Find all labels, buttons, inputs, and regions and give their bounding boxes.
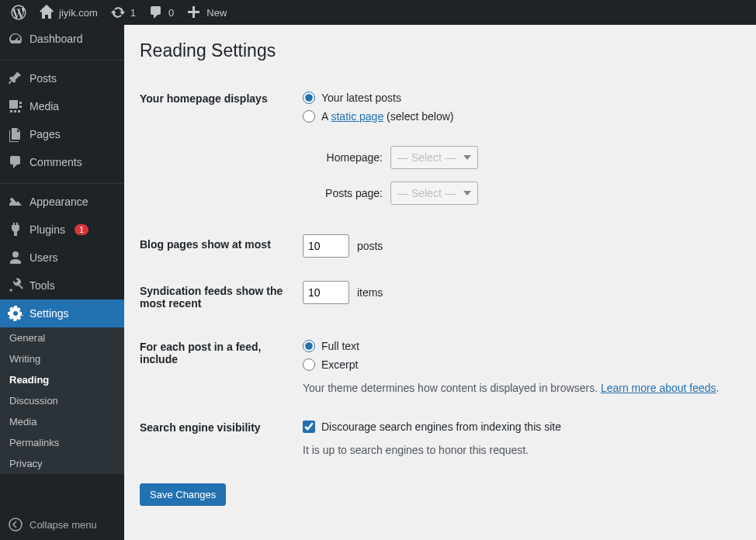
submenu-reading[interactable]: Reading [0,369,124,390]
main-content: Reading Settings Your homepage displays … [124,25,756,540]
updates-link[interactable]: 1 [104,0,142,25]
comments-icon [8,154,23,170]
menu-label: Comments [29,156,82,168]
updates-count-text: 1 [130,7,136,19]
menu-label: Media [29,100,59,112]
collapse-label: Collapse menu [29,519,97,531]
postspage-select-label: Posts page: [317,187,383,199]
pages-icon [8,126,23,142]
comments-count-text: 0 [168,7,174,19]
menu-settings[interactable]: Settings [0,299,124,327]
submenu-writing[interactable]: Writing [0,348,124,369]
feed-content-label: For each post in a feed, include [140,325,295,406]
submenu-permalinks[interactable]: Permalinks [0,432,124,453]
menu-dashboard[interactable]: Dashboard [0,25,124,53]
settings-submenu: General Writing Reading Discussion Media… [0,327,124,474]
menu-label: Dashboard [29,33,83,45]
postspage-select[interactable]: — Select — [390,182,478,205]
home-icon [39,5,54,20]
settings-form-table: Your homepage displays Your latest posts… [140,77,740,468]
menu-label: Users [29,251,58,264]
submenu-general[interactable]: General [0,327,124,348]
new-label-text: New [206,7,227,19]
menu-comments[interactable]: Comments [0,148,124,176]
admin-bar: jiyik.com 1 0 New [0,0,756,25]
radio-latest-posts[interactable] [303,92,315,104]
menu-label: Appearance [29,196,88,208]
users-icon [8,250,23,265]
homepage-select[interactable]: — Select — [390,146,478,169]
plugins-update-badge: 1 [75,224,88,235]
label-static-page: A static page (select below) [321,110,453,123]
homepage-displays-label: Your homepage displays [140,77,295,223]
site-name-link[interactable]: jiyik.com [33,0,104,25]
menu-separator [0,180,124,184]
svg-point-0 [9,518,22,531]
new-content-link[interactable]: New [180,0,233,25]
settings-icon [8,306,23,321]
label-full-text: Full text [321,340,359,352]
sev-label: Search engine visibility [140,406,295,468]
submenu-media[interactable]: Media [0,411,124,432]
page-title: Reading Settings [140,40,740,61]
radio-static-page[interactable] [303,110,315,123]
collapse-icon [8,517,23,532]
comment-icon [148,5,164,20]
label-discourage-search: Discourage search engines from indexing … [321,421,561,433]
homepage-select-label: Homepage: [317,151,383,164]
label-excerpt: Excerpt [321,358,358,371]
syndication-input[interactable] [303,281,349,304]
radio-excerpt[interactable] [303,358,315,371]
wp-logo[interactable] [5,0,33,25]
menu-label: Plugins [29,223,65,236]
learn-more-feeds-link[interactable]: Learn more about feeds [601,382,716,394]
checkbox-discourage-search[interactable] [303,421,315,433]
static-page-link[interactable]: static page [331,110,383,123]
update-icon [110,5,126,20]
radio-full-text[interactable] [303,340,315,352]
syndication-suffix: items [357,286,383,299]
blog-pages-input[interactable] [303,234,349,258]
menu-media[interactable]: Media [0,92,124,120]
feed-description: Your theme determines how content is dis… [303,382,733,394]
submenu-discussion[interactable]: Discussion [0,390,124,411]
appearance-icon [8,194,23,209]
comments-link[interactable]: 0 [142,0,180,25]
menu-users[interactable]: Users [0,244,124,272]
label-latest-posts: Your latest posts [321,92,401,104]
syndication-label: Syndication feeds show the most recent [140,269,295,325]
save-changes-button[interactable]: Save Changes [140,483,226,506]
menu-label: Pages [29,128,61,140]
submenu-privacy[interactable]: Privacy [0,453,124,474]
site-name-text: jiyik.com [59,7,98,19]
tools-icon [8,278,23,293]
menu-tools[interactable]: Tools [0,272,124,299]
wordpress-icon [11,5,26,20]
menu-pages[interactable]: Pages [0,120,124,148]
sev-description: It is up to search engines to honor this… [303,444,733,456]
menu-plugins[interactable]: Plugins 1 [0,216,124,244]
media-icon [8,99,23,114]
dashboard-icon [8,31,23,47]
menu-label: Settings [29,307,69,320]
menu-label: Tools [29,279,55,292]
collapse-menu-button[interactable]: Collapse menu [0,509,124,540]
menu-label: Posts [29,72,57,85]
plugins-icon [8,222,23,237]
menu-appearance[interactable]: Appearance [0,188,124,216]
menu-separator [0,57,124,61]
plus-icon [186,5,202,20]
blog-pages-suffix: posts [357,240,383,252]
menu-posts[interactable]: Posts [0,64,124,92]
admin-sidebar: Dashboard Posts Media Pages Comments App… [0,25,124,540]
blog-pages-label: Blog pages show at most [140,223,295,269]
pin-icon [8,71,23,86]
